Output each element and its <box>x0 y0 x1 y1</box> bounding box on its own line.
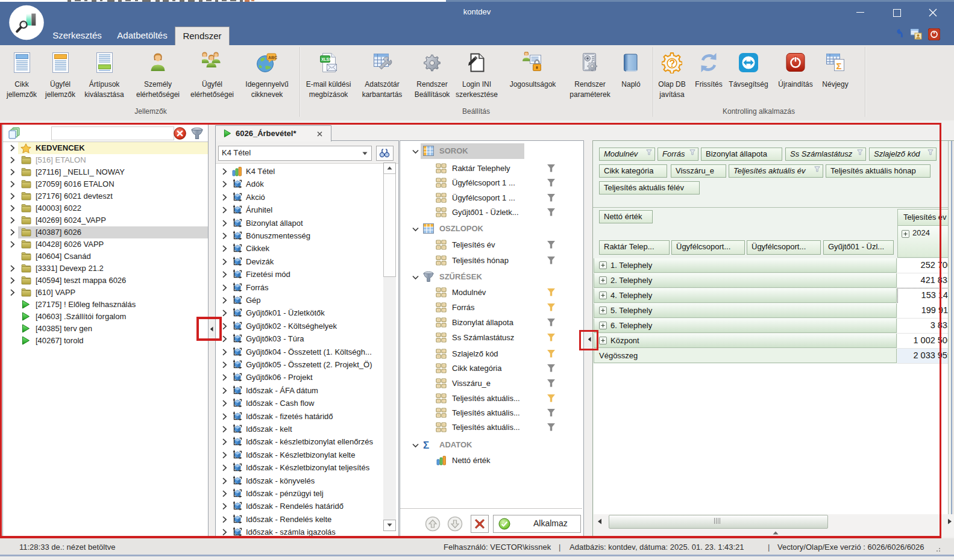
svg-text:?: ? <box>670 58 676 69</box>
svg-text:Σ: Σ <box>836 61 842 71</box>
svg-text:XLSX: XLSX <box>321 57 332 61</box>
svg-text:ABC: ABC <box>268 55 277 60</box>
